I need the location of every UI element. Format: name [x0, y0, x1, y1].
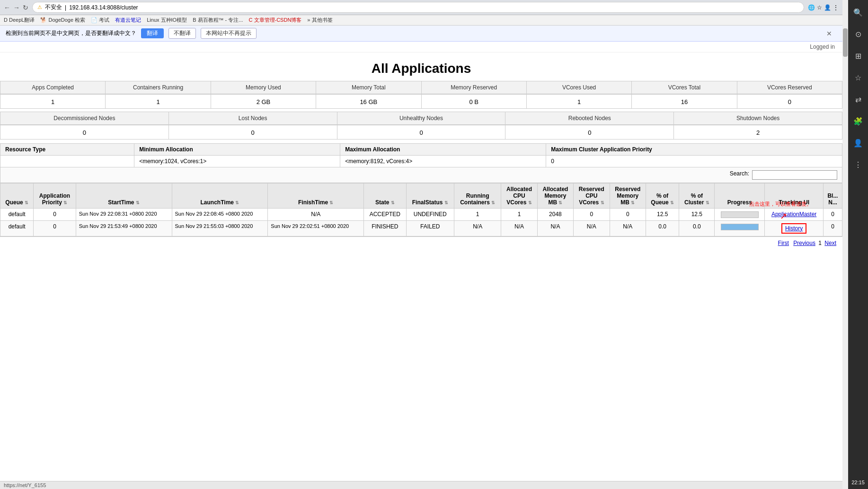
url-text: 不安全 — [45, 3, 62, 11]
bookmark-easyui[interactable]: B 易百教程™ - 专注... — [193, 17, 243, 24]
bookmark-exam[interactable]: 📄 考试 — [91, 17, 109, 24]
applications-table: Queue ⇅ ApplicationPriority ⇅ StartTime … — [0, 183, 842, 236]
cell-start-time-1: Sun Nov 29 22:08:31 +0800 2020 — [76, 209, 172, 221]
logged-in-text: Logged in — [810, 44, 835, 50]
col-reserved-cpu[interactable]: ReservedCPUVCores ⇅ — [574, 183, 610, 209]
bookmarks-bar: D DeepL翻译 🐕 DogeDoge 检索 📄 考试 有道云笔记 Linux… — [0, 15, 842, 26]
resource-min-cell: <memory:1024, vCores:1> — [134, 156, 340, 167]
bookmark-more[interactable]: » 其他书签 — [307, 17, 332, 24]
node-value-lost: 0 — [168, 125, 337, 139]
sidebar-grid-icon[interactable]: ⊞ — [850, 48, 866, 63]
col-start-time[interactable]: StartTime ⇅ — [76, 183, 172, 209]
stats-value-row: 1 1 2 GB 16 GB 0 B 1 16 0 — [0, 94, 842, 109]
col-queue[interactable]: Queue ⇅ — [0, 183, 34, 209]
col-pct-cluster[interactable]: % ofCluster ⇅ — [679, 183, 715, 209]
bookmark-other[interactable]: 有道云笔记 — [115, 17, 141, 24]
table-row: default 0 Sun Nov 29 21:53:49 +0800 2020… — [0, 220, 842, 236]
cell-progress-2 — [715, 220, 765, 236]
bookmark-dogedoge[interactable]: 🐕 DogeDoge 检索 — [40, 17, 85, 24]
scrollbar[interactable] — [842, 0, 848, 249]
no-translate-button[interactable]: 不翻译 — [168, 28, 196, 39]
col-pct-queue[interactable]: % ofQueue ⇅ — [646, 183, 679, 209]
col-launch-time[interactable]: LaunchTime ⇅ — [172, 183, 268, 209]
translation-close-button[interactable]: ✕ — [822, 29, 837, 38]
avatar-icon[interactable]: 👤 — [824, 4, 831, 11]
stat-value-memory-reserved: 0 B — [421, 95, 526, 108]
sidebar-extensions-icon[interactable]: 🧩 — [850, 114, 866, 129]
cell-finish-time-1: N/A — [268, 209, 364, 221]
col-allocated-cpu[interactable]: AllocatedCPUVCores ⇅ — [501, 183, 537, 209]
main-table-container: Queue ⇅ ApplicationPriority ⇅ StartTime … — [0, 183, 842, 236]
address-bar[interactable]: ⚠ 不安全 | 192.168.43.14:8088/cluster — [32, 2, 804, 13]
cell-final-status-1: UNDEFINED — [406, 209, 454, 221]
sidebar-account-icon[interactable]: 👤 — [850, 135, 866, 150]
node-header-decommissioned: Decommissioned Nodes — [0, 112, 168, 124]
col-app-priority[interactable]: ApplicationPriority ⇅ — [34, 183, 76, 209]
cell-tracking-ui-2[interactable]: History — [765, 220, 824, 236]
stat-value-memory-total: 16 GB — [316, 95, 421, 108]
cell-tracking-ui-1[interactable]: ApplicationMaster — [765, 209, 824, 221]
url-separator: | — [65, 4, 66, 11]
col-state[interactable]: State ⇅ — [364, 183, 406, 209]
cell-launch-time-1: Sun Nov 29 22:08:45 +0800 2020 — [172, 209, 268, 221]
sidebar-more-icon[interactable]: ⋮ — [850, 157, 866, 172]
cell-blacklisted-2: 0 — [823, 220, 842, 236]
stats-header-row: Apps Completed Containers Running Memory… — [0, 81, 842, 94]
col-reserved-memory[interactable]: ReservedMemoryMB ⇅ — [610, 183, 646, 209]
url-value: 192.168.43.14:8088/cluster — [69, 4, 138, 11]
bookmark-linux[interactable]: Linux 五种IO模型 — [147, 17, 187, 24]
cell-start-time-2: Sun Nov 29 21:53:49 +0800 2020 — [76, 220, 172, 236]
cell-running-containers-2: N/A — [454, 220, 501, 236]
col-blacklisted: Bl...N... — [823, 183, 842, 209]
sidebar-circle-icon[interactable]: ⊙ — [850, 26, 866, 42]
more-menu-button[interactable]: ⋮ — [833, 4, 839, 11]
translation-bar: 检测到当前网页不是中文网页，是否要翻译成中文？ 翻译 不翻译 本网站中不再提示 … — [0, 26, 842, 42]
progress-bar-1 — [721, 211, 759, 218]
col-final-status[interactable]: FinalStatus ⇅ — [406, 183, 454, 209]
table-row: default 0 Sun Nov 29 22:08:31 +0800 2020… — [0, 209, 842, 221]
stat-header-memory-total: Memory Total — [316, 81, 421, 94]
stat-header-vcores-total: VCores Total — [631, 81, 736, 94]
stat-value-vcores-reserved: 0 — [737, 95, 842, 108]
search-input[interactable] — [752, 170, 837, 180]
cell-final-status-2: FAILED — [406, 220, 454, 236]
application-master-link[interactable]: ApplicationMaster — [771, 211, 816, 218]
sidebar-search-icon[interactable]: 🔍 — [850, 5, 866, 20]
annotation-arrow: ↗ — [780, 211, 787, 221]
pagination-current: 1 — [818, 240, 822, 246]
bookmark-deepl[interactable]: D DeepL翻译 — [4, 17, 35, 24]
translate-icon[interactable]: 🌐 — [808, 4, 815, 11]
stat-header-memory-used: Memory Used — [211, 81, 316, 94]
pagination-previous[interactable]: Previous — [793, 240, 815, 246]
col-allocated-memory[interactable]: AllocatedMemoryMB ⇅ — [537, 183, 573, 209]
cell-pct-cluster-2: 0.0 — [679, 220, 715, 236]
back-button[interactable]: ← — [4, 4, 10, 11]
cell-state-1: ACCEPTED — [364, 209, 406, 221]
col-finish-time[interactable]: FinishTime ⇅ — [268, 183, 364, 209]
sidebar-transfer-icon[interactable]: ⇄ — [850, 92, 866, 107]
search-label: Search: — [730, 170, 749, 180]
forward-button[interactable]: → — [13, 4, 20, 11]
never-translate-button[interactable]: 本网站中不再提示 — [201, 28, 257, 39]
resource-priority-cell: 0 — [546, 156, 842, 167]
resource-table: Resource Type Minimum Allocation Maximum… — [0, 143, 842, 167]
cell-state-2: FINISHED — [364, 220, 406, 236]
pagination-next[interactable]: Next — [824, 240, 836, 246]
pagination-first[interactable]: First — [778, 240, 789, 246]
scroll-thumb[interactable] — [843, 28, 848, 57]
bookmark-csdn[interactable]: C 文章管理-CSDN博客 — [249, 17, 302, 24]
translate-button[interactable]: 翻译 — [141, 28, 164, 38]
cell-reserved-cpu-1: 0 — [574, 209, 610, 221]
history-link[interactable]: History — [781, 223, 806, 234]
nodes-header-row: Decommissioned Nodes Lost Nodes Unhealth… — [0, 112, 842, 125]
browser-toolbar: 🌐 ☆ 👤 ⋮ — [808, 4, 839, 11]
stat-header-containers: Containers Running — [105, 81, 210, 94]
col-running-containers[interactable]: RunningContainers ⇅ — [454, 183, 501, 209]
sidebar-star-icon[interactable]: ☆ — [850, 70, 866, 85]
nodes-value-row: 0 0 0 0 2 — [0, 125, 842, 140]
cell-app-priority-2: 0 — [34, 220, 76, 236]
reload-button[interactable]: ↻ — [23, 4, 28, 11]
node-header-rebooted: Rebooted Nodes — [505, 112, 673, 124]
bookmark-icon[interactable]: ☆ — [817, 4, 822, 11]
cell-allocated-cpu-2: N/A — [501, 220, 537, 236]
